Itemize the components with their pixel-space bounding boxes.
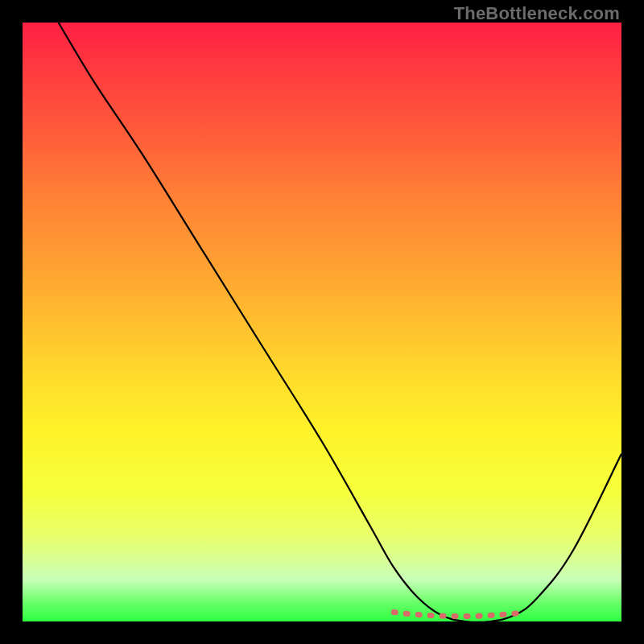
valley-dots — [394, 613, 526, 617]
chart-svg — [23, 23, 621, 621]
watermark-text: TheBottleneck.com — [454, 3, 620, 24]
plot-area — [23, 23, 621, 621]
bottleneck-curve-line — [59, 23, 621, 622]
